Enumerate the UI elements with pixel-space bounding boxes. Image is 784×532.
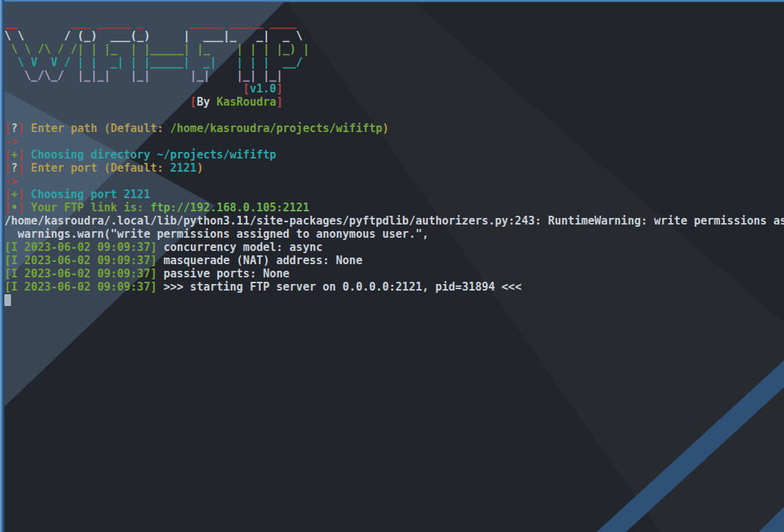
terminal-line: warnings.warn("write permissions assigne…: [4, 227, 784, 241]
terminal-line: [4, 3, 784, 16]
terminal-line: [v1.0]: [4, 82, 784, 95]
terminal-line: [4, 109, 784, 122]
window-border-left: [0, 0, 4, 532]
terminal-line: [+] Choosing directory ~/projects/wifift…: [4, 148, 784, 161]
terminal-line: [I 2023-06-02 09:09:37] passive ports: N…: [4, 267, 784, 280]
terminal-line: [?] Enter port (Default: 2121): [4, 161, 784, 175]
terminal-line: ->: [4, 135, 784, 148]
terminal-line: __ ___ _____ _ _____ _____ ____: [4, 16, 784, 29]
terminal-line: [?] Enter path (Default: /home/kasroudra…: [4, 122, 784, 135]
terminal-line: [I 2023-06-02 09:09:37] masquerade (NAT)…: [4, 254, 784, 267]
terminal-line: [•] Your FTP link is: ftp://192.168.0.10…: [4, 201, 784, 214]
terminal-line: ->: [4, 175, 784, 188]
terminal-line: \ V V / | | _| | |_____| _| | | | __/: [4, 56, 784, 69]
terminal-window: __ ___ _____ _ _____ _____ ____\ \ / (_)…: [0, 0, 784, 532]
terminal-line: [+] Choosing port 2121: [4, 188, 784, 201]
terminal-line: \_/\_/ |_|_| |_| |_| |_| |_|: [4, 69, 784, 82]
terminal-line: [4, 294, 784, 307]
terminal-line: \ \ / (_) ___(_) | ___|_ _| _ \: [4, 29, 784, 43]
terminal-line: [I 2023-06-02 09:09:37] >>> starting FTP…: [4, 280, 784, 294]
window-border-top: [0, 0, 784, 2]
terminal-line: \ \ /\ / /| | |_ | |_____| |_ | | | |_) …: [4, 43, 784, 56]
terminal-line: [By KasRoudra]: [4, 95, 784, 109]
terminal-line: /home/kasroudra/.local/lib/python3.11/si…: [4, 214, 784, 227]
text-cursor: [4, 294, 11, 306]
terminal-line: [I 2023-06-02 09:09:37] concurrency mode…: [4, 241, 784, 254]
terminal-output: __ ___ _____ _ _____ _____ ____\ \ / (_)…: [4, 2, 784, 307]
terminal-screen[interactable]: __ ___ _____ _ _____ _____ ____\ \ / (_)…: [4, 2, 784, 532]
